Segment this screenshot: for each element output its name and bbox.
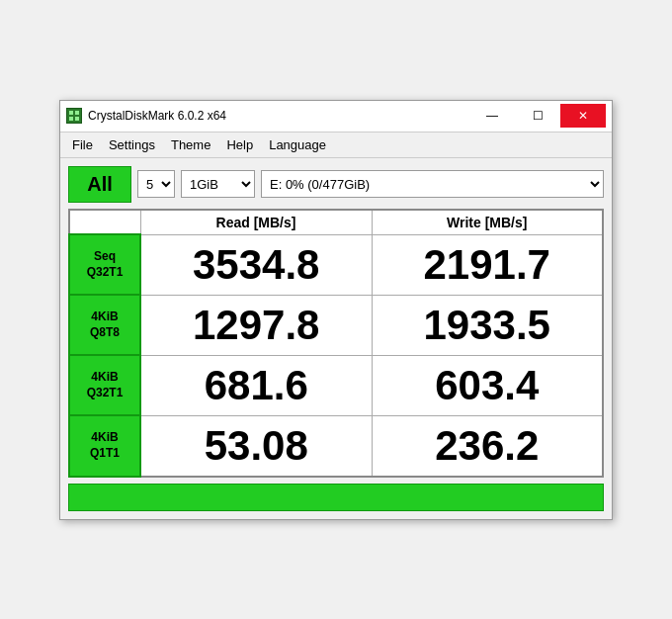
- menu-item-file[interactable]: File: [64, 134, 101, 155]
- read-value-1: 1297.8: [140, 295, 372, 355]
- read-value-2: 681.6: [140, 355, 372, 415]
- window-title: CrystalDiskMark 6.0.2 x64: [88, 109, 226, 123]
- table-row: 4KiBQ1T153.08236.2: [69, 415, 603, 477]
- main-content: All 5 1 3 9 1GiB 512MiB 256MiB 4GiB E: 0…: [60, 158, 612, 519]
- app-window: CrystalDiskMark 6.0.2 x64 — ☐ ✕ FileSett…: [59, 100, 613, 520]
- row-label-1: 4KiBQ8T8: [69, 295, 140, 355]
- row-label-0: SeqQ32T1: [69, 234, 140, 295]
- header-row: Read [MB/s] Write [MB/s]: [69, 210, 603, 235]
- title-bar-left: CrystalDiskMark 6.0.2 x64: [66, 108, 226, 124]
- table-row: SeqQ32T13534.82191.7: [69, 234, 603, 295]
- label-header: [69, 210, 140, 235]
- read-header: Read [MB/s]: [140, 210, 372, 235]
- menu-item-theme[interactable]: Theme: [163, 134, 218, 155]
- write-header: Write [MB/s]: [372, 210, 603, 235]
- svg-rect-3: [75, 117, 79, 121]
- write-value-2: 603.4: [372, 355, 603, 415]
- app-icon: [66, 108, 82, 124]
- row-label-2: 4KiBQ32T1: [69, 355, 140, 415]
- write-value-3: 236.2: [372, 415, 603, 477]
- svg-rect-2: [69, 117, 73, 121]
- count-select[interactable]: 5 1 3 9: [137, 170, 175, 198]
- menu-item-settings[interactable]: Settings: [101, 134, 163, 155]
- read-value-3: 53.08: [140, 415, 372, 477]
- svg-rect-0: [69, 111, 73, 115]
- drive-select[interactable]: E: 0% (0/477GiB): [261, 170, 604, 198]
- title-bar: CrystalDiskMark 6.0.2 x64 — ☐ ✕: [60, 101, 612, 133]
- minimize-button[interactable]: —: [469, 104, 515, 128]
- menu-item-help[interactable]: Help: [218, 134, 261, 155]
- restore-button[interactable]: ☐: [515, 104, 560, 128]
- top-controls: All 5 1 3 9 1GiB 512MiB 256MiB 4GiB E: 0…: [68, 166, 604, 203]
- close-button[interactable]: ✕: [560, 104, 606, 128]
- menu-item-language[interactable]: Language: [261, 134, 334, 155]
- menu-bar: FileSettingsThemeHelpLanguage: [60, 133, 612, 158]
- results-table: Read [MB/s] Write [MB/s] SeqQ32T13534.82…: [68, 209, 604, 478]
- table-row: 4KiBQ8T81297.81933.5: [69, 295, 603, 355]
- write-value-0: 2191.7: [372, 234, 603, 295]
- all-button[interactable]: All: [68, 166, 131, 203]
- window-controls: — ☐ ✕: [469, 104, 606, 128]
- bottom-bar: [68, 484, 604, 511]
- write-value-1: 1933.5: [372, 295, 603, 355]
- read-value-0: 3534.8: [140, 234, 372, 295]
- row-label-3: 4KiBQ1T1: [69, 415, 140, 477]
- table-row: 4KiBQ32T1681.6603.4: [69, 355, 603, 415]
- size-select[interactable]: 1GiB 512MiB 256MiB 4GiB: [181, 170, 255, 198]
- svg-rect-1: [75, 111, 79, 115]
